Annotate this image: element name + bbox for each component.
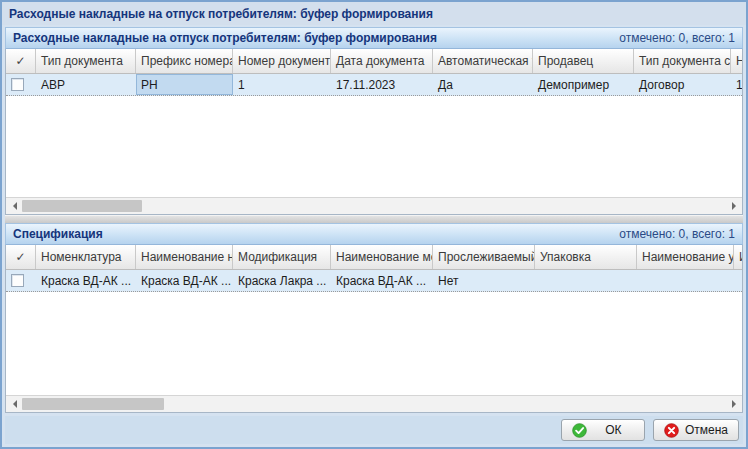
scrollbar-thumb[interactable] [22,200,142,212]
dialog-footer: ОК Отмена [5,416,743,444]
panel-splitter[interactable] [5,215,743,223]
column-header[interactable]: Наименование мод [331,245,433,269]
column-header[interactable]: Н [731,49,742,73]
ok-check-icon [572,423,587,438]
documents-panel-counter: отмечено: 0, всего: 1 [619,31,735,45]
column-header[interactable]: Модификация [233,245,331,269]
table-row[interactable]: Краска ВД-АК ... Краска ВД-АК ... Краска… [6,270,742,292]
ok-button[interactable]: ОК [561,419,645,441]
documents-panel-header: Расходные накладные на отпуск потребител… [5,27,743,49]
ok-button-label: ОК [593,423,634,437]
scrollbar-thumb[interactable] [22,398,164,410]
table-cell[interactable]: Краска Лакра ... [233,270,331,291]
table-cell[interactable] [535,270,637,291]
scroll-left-icon[interactable] [6,198,22,214]
column-header[interactable]: Автоматическая ус [433,49,533,73]
column-header[interactable]: Префикс номера д [136,49,233,73]
cancel-x-icon [664,423,679,438]
table-cell[interactable]: 1 [233,74,331,95]
scroll-right-icon[interactable] [726,198,742,214]
table-cell[interactable] [637,270,734,291]
window-titlebar[interactable]: Расходные накладные на отпуск потребител… [2,2,746,25]
documents-panel: Расходные накладные на отпуск потребител… [5,27,743,215]
column-header[interactable]: Продавец [533,49,634,73]
row-checkbox-cell [6,270,36,291]
table-cell[interactable] [734,270,743,291]
table-cell[interactable]: Краска ВД-АК ... [136,270,233,291]
column-header[interactable]: Наименование ном [136,245,233,269]
column-header[interactable]: Тип документа счё [634,49,731,73]
cancel-button[interactable]: Отмена [653,419,739,441]
table-cell[interactable]: Да [433,74,533,95]
table-row[interactable]: АВР РН 1 17.11.2023 Да Демопример Догово… [6,74,742,96]
column-header[interactable]: И [734,245,743,269]
specification-panel-counter: отмечено: 0, всего: 1 [619,227,735,241]
specification-panel: Спецификация отмечено: 0, всего: 1 ✓ Ном… [5,223,743,413]
check-all-header[interactable]: ✓ [6,49,36,73]
column-header[interactable]: Дата документа [331,49,433,73]
row-checkbox[interactable] [11,78,24,91]
cancel-button-label: Отмена [685,423,728,437]
column-header[interactable]: Прослеживаемый [433,245,535,269]
row-checkbox-cell [6,74,36,95]
specification-panel-header: Спецификация отмечено: 0, всего: 1 [5,223,743,245]
table-cell[interactable]: Краска ВД-АК ... [331,270,433,291]
table-cell[interactable]: Договор [634,74,731,95]
column-header[interactable]: Номер документа. [233,49,331,73]
table-cell[interactable]: 1 [731,74,742,95]
table-cell[interactable]: АВР [36,74,136,95]
table-cell[interactable]: Демопример [533,74,634,95]
documents-header-row: ✓ Тип документа Префикс номера д Номер д… [6,49,742,74]
table-cell-focused[interactable]: РН [136,74,233,95]
specification-horizontal-scrollbar[interactable] [6,395,742,412]
window-title: Расходные накладные на отпуск потребител… [9,7,433,21]
dialog-window: Расходные накладные на отпуск потребител… [0,0,748,449]
documents-horizontal-scrollbar[interactable] [6,197,742,214]
table-cell[interactable]: Краска ВД-АК ... [36,270,136,291]
column-header[interactable]: Упаковка [535,245,637,269]
check-all-header[interactable]: ✓ [6,245,36,269]
table-cell[interactable]: Нет [433,270,535,291]
specification-grid: ✓ Номенклатура Наименование ном Модифика… [5,245,743,413]
table-cell[interactable]: 17.11.2023 [331,74,433,95]
column-header[interactable]: Наименование упа [637,245,734,269]
scroll-left-icon[interactable] [6,396,22,412]
specification-header-row: ✓ Номенклатура Наименование ном Модифика… [6,245,742,270]
scroll-right-icon[interactable] [726,396,742,412]
column-header[interactable]: Тип документа [36,49,136,73]
documents-panel-title: Расходные накладные на отпуск потребител… [13,31,437,45]
column-header[interactable]: Номенклатура [36,245,136,269]
documents-grid: ✓ Тип документа Префикс номера д Номер д… [5,49,743,215]
row-checkbox[interactable] [11,274,24,287]
specification-panel-title: Спецификация [13,227,103,241]
